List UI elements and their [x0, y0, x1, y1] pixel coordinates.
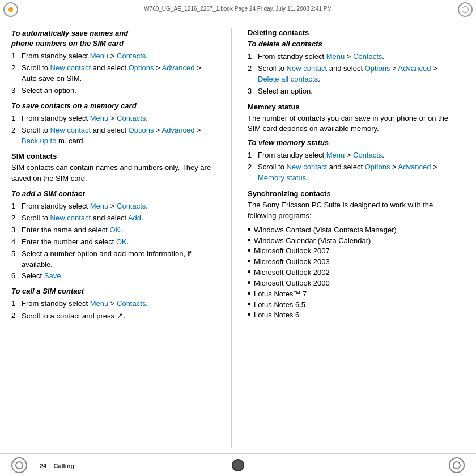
link-options: Options [365, 64, 390, 73]
sim-contacts-heading: SIM contacts [11, 152, 215, 160]
sim-contacts-body: SIM contacts can contain names and numbe… [11, 163, 215, 184]
memory-status-body: The number of contacts you can save in y… [248, 113, 452, 135]
step-item: 4 Enter the number and select OK. [11, 237, 215, 248]
section-auto-save-steps: 1 From standby select Menu > Contacts. 2… [11, 51, 215, 96]
link-new-contact: New contact [287, 64, 328, 73]
link-add: Add [128, 214, 141, 222]
step-item: 1 From standby select Menu > Contacts. [11, 113, 215, 124]
step-item: 5 Select a number option and add more in… [11, 249, 215, 270]
memory-status-heading: Memory status [248, 103, 452, 111]
link-ok: OK [109, 226, 120, 234]
bullet-dot [248, 313, 250, 316]
sync-contacts-body: The Sony Ericsson PC Suite is designed t… [248, 200, 452, 222]
link-contacts: Contacts [117, 114, 146, 122]
list-item: Lotus Notes™ 7 [248, 289, 452, 300]
section-add-sim-heading: To add a SIM contact [11, 189, 215, 199]
list-item: Windows Calendar (Vista Calendar) [248, 236, 452, 246]
sync-programs-list: Windows Contact (Vista Contacts Manager)… [248, 225, 452, 321]
step-item: 2 Scroll to New contact and select Optio… [11, 125, 215, 147]
list-item: Microsoft Outlook 2002 [248, 267, 452, 278]
list-item: Lotus Notes 6 [248, 310, 452, 321]
section-call-sim-heading: To call a SIM contact [11, 286, 215, 296]
step-item: 3 Enter the name and select OK. [11, 225, 215, 236]
corner-inner-tr [462, 6, 469, 13]
step-item: 1 From standby select Menu > Contacts. [11, 299, 215, 309]
footer-circle-right [449, 457, 465, 473]
list-item: Microsoft Outlook 2000 [248, 278, 452, 289]
sync-contacts-heading: Synchronizing contacts [248, 189, 452, 198]
link-menu: Menu [326, 151, 345, 159]
link-delete-all: Delete all contacts [258, 75, 318, 83]
step-item: 1 From standby select Menu > Contacts. [248, 52, 452, 62]
step-item: 1 From standby select Menu > Contacts. [248, 150, 452, 161]
step-item: 1 From standby select Menu > Contacts. [11, 51, 215, 62]
link-new-contact: New contact [50, 63, 91, 72]
link-new-contact: New contact [287, 163, 328, 171]
link-contacts: Contacts [117, 52, 146, 60]
step-item: 2 Scroll to a contact and press ↗. [11, 311, 215, 322]
step-item: 6 Select Save. [11, 271, 215, 282]
link-advanced: Advanced [398, 163, 431, 171]
footer-center-circle [232, 459, 244, 471]
link-menu: Menu [90, 52, 109, 60]
step-item: 2 Scroll to New contact and select Optio… [248, 162, 452, 184]
step-item: 3 Select an option. [11, 86, 215, 96]
link-menu: Menu [326, 52, 345, 61]
bullet-dot [248, 260, 250, 262]
view-memory-steps: 1 From standby select Menu > Contacts. 2… [248, 150, 452, 184]
link-options: Options [365, 163, 390, 171]
link-contacts: Contacts [117, 202, 146, 210]
footer-circle-inner-right [453, 461, 461, 469]
link-advanced: Advanced [162, 126, 195, 134]
bullet-dot [248, 303, 250, 305]
step-item: 2 Scroll to New contact and select Optio… [11, 63, 215, 84]
page-section: Calling [53, 462, 74, 469]
corner-dot-tl [8, 7, 13, 12]
link-options: Options [129, 126, 154, 134]
list-item: Microsoft Outlook 2007 [248, 246, 452, 257]
link-menu: Menu [90, 202, 109, 210]
list-item: Lotus Notes 6.5 [248, 300, 452, 311]
corner-decoration-tr [458, 2, 473, 17]
corner-decoration-tl [3, 2, 18, 17]
bullet-dot [248, 292, 250, 295]
bullet-dot [248, 249, 250, 252]
link-memory-status: Memory status [258, 173, 306, 182]
footer-circle-left [11, 457, 27, 473]
section-save-memory-heading: To save contacts on a memory card [11, 101, 215, 111]
link-ok2: OK [116, 237, 127, 246]
footer-circle-inner-left [15, 461, 23, 469]
list-item: Windows Contact (Vista Contacts Manager) [248, 225, 452, 236]
main-content: To automatically save names andphone num… [0, 18, 476, 453]
link-advanced: Advanced [398, 64, 431, 73]
deleting-contacts-heading: Deleting contacts [248, 28, 452, 37]
bullet-dot [248, 239, 250, 241]
link-backup: Back up to [22, 137, 56, 145]
section-auto-save-heading: To automatically save names andphone num… [11, 28, 215, 49]
header-title: W760_UG_AE_1216_2287_1.book Page 24 Frid… [144, 6, 332, 12]
link-options: Options [129, 63, 154, 72]
right-column: Deleting contacts To delete all contacts… [248, 28, 452, 448]
page-number: 24 [40, 462, 46, 469]
section-call-sim-steps: 1 From standby select Menu > Contacts. 2… [11, 299, 215, 322]
list-item: Microsoft Outlook 2003 [248, 257, 452, 267]
call-icon: ↗ [117, 312, 124, 320]
link-save: Save [44, 271, 61, 280]
bullet-dot [248, 270, 250, 273]
link-new-contact: New contact [50, 126, 91, 134]
bullet-dot [248, 228, 250, 231]
column-divider [231, 28, 232, 448]
delete-all-heading: To delete all contacts [248, 39, 452, 49]
step-item: 2 Scroll to New contact and select Add. [11, 213, 215, 224]
header-bar: W760_UG_AE_1216_2287_1.book Page 24 Frid… [0, 0, 476, 18]
delete-all-steps: 1 From standby select Menu > Contacts. 2… [248, 52, 452, 96]
link-contacts: Contacts [117, 299, 146, 308]
link-contacts: Contacts [353, 52, 382, 61]
step-item: 3 Select an option. [248, 86, 452, 97]
view-memory-heading: To view memory status [248, 138, 452, 148]
section-add-sim-steps: 1 From standby select Menu > Contacts. 2… [11, 201, 215, 282]
link-contacts: Contacts [353, 151, 382, 159]
link-menu: Menu [90, 299, 109, 308]
link-new-contact: New contact [50, 214, 91, 222]
link-menu: Menu [90, 114, 109, 122]
